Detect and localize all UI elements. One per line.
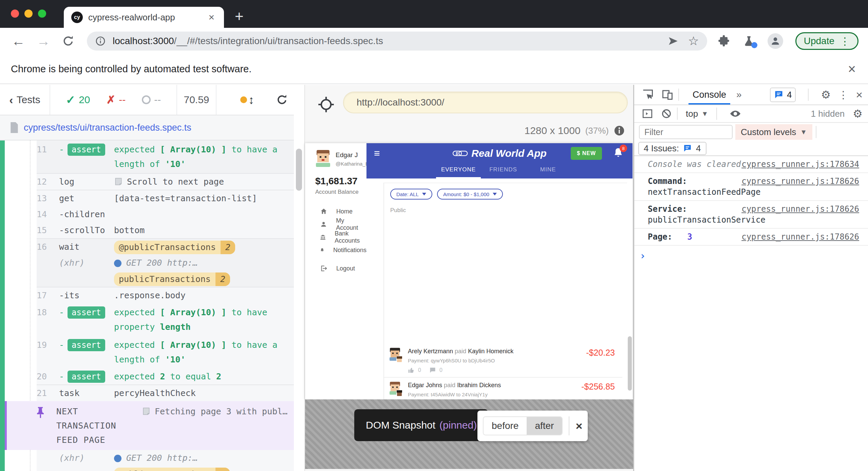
payer-name[interactable]: Arely Kertzmann: [408, 348, 453, 355]
log-row-xhr[interactable]: (xhr) GET 200 http:… publicTransactions2: [0, 255, 294, 287]
console-filter-input[interactable]: [639, 125, 733, 139]
forward-icon[interactable]: →: [37, 34, 50, 49]
action-label: paid: [444, 382, 455, 389]
console-cleared-text: Console was cleared: [648, 159, 741, 169]
console-settings-icon[interactable]: ⚙: [853, 107, 863, 120]
caret-down-icon: [493, 193, 497, 195]
sidebar-item-my-account[interactable]: My Account: [305, 218, 366, 231]
source-link[interactable]: cypress_runner.js:178626: [741, 176, 859, 187]
browser-tab[interactable]: cy cypress-realworld-app ×: [64, 7, 224, 28]
source-link[interactable]: cypress_runner.js:178626: [741, 231, 859, 242]
log-row-assert[interactable]: 20 -assert expected 2 to equal 2: [0, 369, 294, 384]
context-selector[interactable]: top ▼: [686, 109, 708, 119]
pending-stat[interactable]: --: [142, 94, 161, 106]
source-link[interactable]: cypress_runner.js:178626: [741, 204, 859, 214]
caret-down-icon: ▼: [701, 110, 708, 118]
log-row-xhr[interactable]: (xhr) GET 200 http:… publicTransactions2: [0, 450, 294, 471]
log-row-children[interactable]: 14 -children: [0, 206, 294, 222]
selector-playground-icon[interactable]: [317, 96, 335, 113]
page-info-icon[interactable]: [95, 36, 106, 46]
like-count: 0: [418, 367, 421, 373]
pinned-log-row[interactable]: NEXT TRANSACTION FEED PAGE Fetching page…: [5, 401, 294, 450]
tab-close-icon[interactable]: ×: [206, 12, 216, 23]
tab-everyone[interactable]: EVERYONE: [436, 164, 481, 178]
url-text[interactable]: localhost:3000/__/#/tests/integration/ui…: [113, 36, 659, 46]
issues-button[interactable]: 4 Issues: 4: [638, 142, 706, 155]
sidebar-item-notifications[interactable]: Notifications: [305, 244, 366, 257]
maximize-window-button[interactable]: [38, 10, 46, 18]
viewport-info-icon[interactable]: [614, 125, 625, 136]
sidebar-item-home[interactable]: Home: [305, 205, 366, 218]
more-tabs-icon[interactable]: »: [736, 89, 742, 100]
payee-name[interactable]: Kaylin Homenick: [468, 348, 513, 355]
minimize-window-button[interactable]: [24, 10, 33, 18]
sidebar-item-bank-accounts[interactable]: Bank Accounts: [305, 231, 366, 244]
log-row-its[interactable]: 17 -its .response.body: [0, 287, 294, 303]
console-prompt-chevron[interactable]: ›: [634, 246, 868, 262]
log-row-assert[interactable]: 11 -assert expected [ Array(10) ] to hav…: [0, 140, 294, 173]
back-icon[interactable]: ←: [12, 34, 25, 49]
update-button[interactable]: Update ⋮: [795, 32, 858, 50]
app-url-bar[interactable]: http://localhost:3000/: [343, 92, 628, 113]
viewport-scale-toggle[interactable]: ↕: [240, 93, 254, 107]
transaction-item[interactable]: Arely Kertzmann paid Kaylin Homenick Pay…: [384, 344, 622, 378]
notifications-bell[interactable]: 8: [613, 147, 624, 158]
console-messages-badge[interactable]: 4: [770, 88, 796, 102]
experiment-flask-icon[interactable]: [742, 35, 755, 48]
share-icon[interactable]: [667, 35, 679, 47]
tab-console[interactable]: Console: [684, 85, 735, 105]
log-row-scrollto[interactable]: 15 -scrollTo bottom: [0, 222, 294, 238]
transaction-item[interactable]: Edgar Johns paid Ibrahim Dickens Payment…: [384, 378, 622, 399]
before-button[interactable]: before: [484, 417, 527, 435]
log-row-wait[interactable]: 16 wait @publicTransactions2: [0, 238, 294, 255]
new-transaction-button[interactable]: $ NEW: [571, 147, 602, 160]
custom-levels-dropdown[interactable]: Custom levels ▼: [735, 124, 812, 140]
log-row-task[interactable]: 21 task percyHealthCheck: [0, 384, 294, 401]
tab-friends[interactable]: FRIENDS: [481, 164, 526, 178]
extensions-icon[interactable]: [717, 35, 730, 48]
log-row-assert[interactable]: 19 -assert expected [ Array(10) ] to hav…: [0, 336, 294, 369]
devtools-close-icon[interactable]: ×: [856, 88, 863, 101]
scrollbar-thumb[interactable]: [296, 149, 302, 191]
source-link[interactable]: cypress_runner.js:178634: [741, 159, 859, 170]
back-to-tests-button[interactable]: ‹ Tests: [0, 85, 50, 115]
log-row-log[interactable]: 12 log Scroll to next page: [0, 173, 294, 190]
spec-file-link[interactable]: cypress/tests/ui/transaction-feeds.spec.…: [24, 123, 191, 133]
like-icon[interactable]: [408, 367, 415, 374]
reload-icon[interactable]: [62, 35, 75, 48]
payee-name[interactable]: Ibrahim Dickens: [457, 382, 501, 389]
hamburger-menu-icon[interactable]: ≡: [374, 148, 380, 159]
xhr-label: (xhr): [59, 255, 114, 287]
settings-gear-icon[interactable]: ⚙: [821, 88, 831, 101]
eye-icon[interactable]: [729, 108, 741, 120]
date-filter-chip[interactable]: Date: ALL: [390, 189, 432, 200]
reporter-scrollbar[interactable]: [294, 85, 304, 471]
clear-console-icon[interactable]: [661, 108, 672, 119]
log-row-get[interactable]: 13 get [data-test=transaction-list]: [0, 190, 294, 206]
console-sidebar-icon[interactable]: [642, 108, 653, 119]
profile-avatar[interactable]: [768, 33, 783, 49]
passed-stat[interactable]: ✓ 20: [66, 93, 90, 107]
close-window-button[interactable]: [11, 10, 19, 18]
banner-close-icon[interactable]: ×: [848, 61, 856, 77]
failed-stat[interactable]: ✗ --: [107, 93, 126, 106]
payer-name[interactable]: Edgar Johns: [408, 382, 442, 389]
inspect-element-icon[interactable]: [642, 89, 654, 101]
sidebar-item-logout[interactable]: Logout: [305, 262, 366, 275]
log-row-assert[interactable]: 18 -assert expected [ Array(10) ] to hav…: [0, 303, 294, 336]
amount-filter-chip[interactable]: Amount: $0 - $1,000: [437, 189, 503, 200]
new-tab-button[interactable]: +: [235, 9, 244, 24]
bookmark-star-icon[interactable]: ☆: [688, 35, 699, 47]
snapshot-close-icon[interactable]: ×: [575, 419, 582, 433]
app-scrollbar-thumb[interactable]: [628, 336, 632, 391]
omnibox[interactable]: localhost:3000/__/#/tests/integration/ui…: [87, 32, 707, 51]
tab-mine[interactable]: MINE: [526, 164, 570, 178]
comment-icon[interactable]: [429, 367, 436, 374]
devtools-menu-icon[interactable]: ⋮: [838, 89, 848, 101]
after-button[interactable]: after: [527, 417, 562, 435]
restart-tests-icon[interactable]: [276, 94, 288, 106]
device-toolbar-icon[interactable]: [661, 89, 674, 101]
pin-icon[interactable]: [35, 407, 45, 447]
browser-menu-icon[interactable]: ⋮: [840, 35, 850, 47]
line-number: 15: [37, 222, 59, 238]
